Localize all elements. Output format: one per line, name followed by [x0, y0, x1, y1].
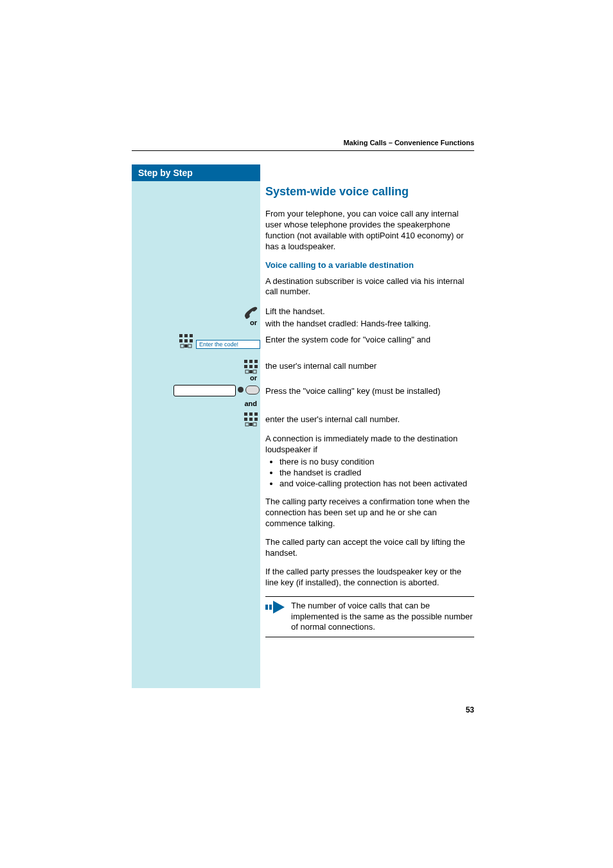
- svg-rect-4: [184, 339, 188, 342]
- svg-rect-21: [244, 418, 247, 421]
- svg-rect-12: [244, 365, 247, 368]
- intro-paragraph: From your telephone, you can voice call …: [265, 209, 474, 252]
- svg-rect-9: [244, 360, 247, 363]
- led-icon: [238, 387, 244, 393]
- running-header: Making Calls – Convenience Functions: [343, 139, 474, 146]
- note-arrow-icon: [265, 601, 285, 614]
- header-rule: [132, 150, 474, 151]
- svg-rect-6: [181, 344, 184, 348]
- step-internal-number-2: enter the user's internal call number.: [265, 414, 474, 425]
- sub-intro: A destination subscriber is voice called…: [265, 276, 474, 298]
- svg-rect-26: [253, 423, 256, 426]
- svg-rect-10: [249, 360, 253, 363]
- svg-rect-20: [254, 412, 258, 416]
- note-text: The number of voice calls that can be im…: [291, 601, 473, 632]
- connection-intro: A connection is immediately made to the …: [265, 434, 474, 637]
- function-key-box: [173, 385, 236, 396]
- svg-rect-24: [245, 423, 249, 426]
- page: Making Calls – Convenience Functions Ste…: [0, 0, 613, 868]
- step-press-key: Press the "voice calling" key (must be i…: [265, 386, 474, 397]
- svg-rect-19: [249, 412, 253, 416]
- bullet-2: the handset is cradled: [280, 468, 474, 479]
- svg-rect-7: [184, 344, 188, 348]
- step-hands-free: with the handset cradled: Hands-free tal…: [265, 319, 474, 330]
- svg-rect-14: [254, 365, 258, 368]
- svg-rect-8: [188, 344, 191, 348]
- page-number: 53: [466, 705, 474, 714]
- svg-rect-11: [254, 360, 258, 363]
- keypad-icon-3: [243, 411, 260, 428]
- step-sidebar: Step by Step: [132, 164, 260, 688]
- step-internal-number-1: the user's internal call number: [265, 361, 474, 372]
- svg-rect-0: [179, 334, 182, 337]
- svg-rect-28: [269, 605, 272, 610]
- svg-rect-25: [249, 423, 253, 426]
- connection-intro-text: A connection is immediately made to the …: [265, 434, 458, 454]
- main-content: System-wide voice calling From your tele…: [265, 185, 474, 297]
- key-button-icon: [245, 385, 260, 394]
- svg-rect-13: [249, 365, 253, 368]
- svg-rect-23: [254, 418, 258, 421]
- sidebar-title: Step by Step: [132, 164, 260, 181]
- step-enter-code: Enter the system code for "voice calling…: [265, 335, 474, 346]
- svg-marker-29: [273, 601, 285, 614]
- step-lift-handset: Lift the handset.: [265, 306, 474, 317]
- step-or-2: or: [238, 374, 257, 382]
- note-box: The number of voice calls that can be im…: [265, 596, 474, 638]
- svg-rect-17: [253, 370, 256, 373]
- svg-rect-1: [184, 334, 188, 337]
- keypad-icon-2: [243, 359, 260, 375]
- svg-rect-22: [249, 418, 253, 421]
- svg-rect-2: [190, 334, 193, 337]
- accept-paragraph: The called party can accept the voice ca…: [265, 537, 474, 559]
- confirmation-paragraph: The calling party receives a confirmatio…: [265, 497, 474, 529]
- connection-bullets: there is no busy condition the handset i…: [265, 457, 474, 490]
- sub-heading: Voice calling to a variable destination: [265, 260, 474, 270]
- abort-paragraph: If the called party presses the loudspea…: [265, 567, 474, 589]
- step-or-1: or: [238, 319, 257, 326]
- svg-rect-16: [249, 370, 253, 373]
- code-entry-box: Enter the code!: [196, 340, 260, 349]
- svg-rect-18: [244, 412, 247, 416]
- svg-rect-3: [179, 339, 182, 342]
- svg-rect-15: [245, 370, 249, 373]
- section-title: System-wide voice calling: [265, 185, 474, 199]
- svg-rect-5: [190, 339, 193, 342]
- keypad-icon: [178, 333, 195, 350]
- svg-rect-27: [265, 605, 268, 610]
- bullet-3: and voice-calling protection has not bee…: [280, 479, 474, 490]
- step-and: and: [235, 400, 257, 407]
- bullet-1: there is no busy condition: [280, 457, 474, 468]
